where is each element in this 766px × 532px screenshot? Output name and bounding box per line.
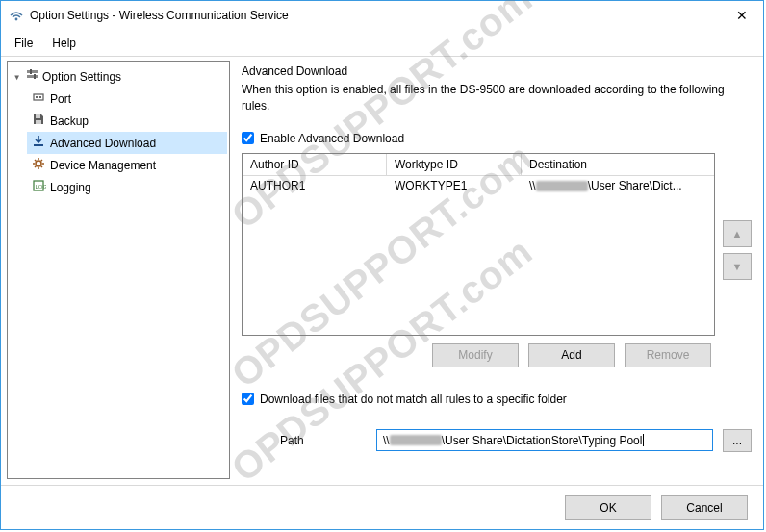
tree-item-backup[interactable]: Backup [27, 110, 227, 132]
dialog-footer: OK Cancel [1, 485, 763, 529]
titlebar: Option Settings - Wireless Communication… [1, 1, 763, 31]
cell-author: AUTHOR1 [243, 176, 387, 195]
svg-rect-5 [34, 94, 43, 100]
tree-item-logging[interactable]: LOG Logging [27, 176, 227, 198]
tree-item-advanced-download[interactable]: Advanced Download [27, 132, 227, 154]
path-input[interactable]: \\\User Share\DictationStore\Typing Pool [376, 429, 713, 451]
menu-file[interactable]: File [5, 33, 42, 54]
path-label: Path [251, 434, 367, 447]
svg-rect-7 [39, 96, 41, 98]
column-worktype-id[interactable]: Worktype ID [387, 154, 522, 175]
app-icon [9, 8, 24, 23]
arrow-down-icon: ▼ [732, 261, 743, 272]
add-button[interactable]: Add [528, 343, 615, 367]
svg-rect-9 [36, 120, 41, 124]
svg-rect-6 [36, 96, 38, 98]
svg-rect-3 [30, 69, 32, 74]
rules-listview[interactable]: Author ID Worktype ID Destination AUTHOR… [242, 153, 715, 336]
menubar: File Help [1, 31, 763, 56]
checkbox-label: Download files that do not match all rul… [260, 393, 567, 406]
port-icon [31, 89, 46, 108]
svg-rect-10 [34, 144, 43, 146]
gear-icon [31, 156, 46, 174]
window-title: Option Settings - Wireless Communication… [30, 9, 720, 22]
redacted-text [536, 181, 588, 191]
cancel-button[interactable]: Cancel [661, 495, 748, 520]
fallback-folder-checkbox[interactable]: Download files that do not match all rul… [242, 393, 752, 406]
tree-item-port[interactable]: Port [27, 88, 227, 110]
modify-button[interactable]: Modify [432, 343, 519, 367]
browse-button[interactable]: ... [723, 429, 752, 452]
tree-item-label: Device Management [50, 159, 156, 172]
tree-root[interactable]: ▾ Option Settings [10, 65, 227, 88]
move-up-button[interactable]: ▲ [723, 220, 752, 247]
body: ▾ Option Settings Port Backup Advanced D… [1, 56, 763, 485]
svg-rect-8 [36, 114, 40, 118]
remove-button[interactable]: Remove [625, 343, 711, 367]
tree-pane: ▾ Option Settings Port Backup Advanced D… [7, 61, 230, 479]
enable-advanced-download-input[interactable] [242, 132, 254, 144]
window-root: Option Settings - Wireless Communication… [0, 0, 764, 530]
tree-root-label: Option Settings [42, 70, 121, 84]
tree-collapse-icon: ▾ [13, 70, 23, 84]
log-icon: LOG [31, 178, 46, 196]
tree-item-label: Advanced Download [50, 137, 156, 150]
tree-item-label: Port [50, 92, 71, 106]
move-down-button[interactable]: ▼ [723, 253, 752, 280]
checkbox-label: Enable Advanced Download [260, 132, 404, 145]
listview-header: Author ID Worktype ID Destination [243, 154, 714, 176]
column-author-id[interactable]: Author ID [243, 154, 387, 175]
fallback-folder-input[interactable] [242, 393, 254, 405]
svg-rect-2 [27, 75, 38, 78]
download-icon [31, 134, 46, 152]
svg-rect-1 [27, 70, 38, 73]
close-icon: ✕ [736, 8, 748, 23]
content-pane: Advanced Download When this option is en… [236, 61, 757, 479]
floppy-icon [31, 112, 46, 130]
tree-item-label: Logging [50, 181, 91, 194]
window-close-button[interactable]: ✕ [720, 1, 763, 30]
enable-advanced-download-checkbox[interactable]: Enable Advanced Download [242, 132, 752, 145]
tree-item-label: Backup [50, 114, 89, 128]
arrow-up-icon: ▲ [732, 228, 743, 240]
svg-point-11 [36, 161, 41, 166]
table-row[interactable]: AUTHOR1 WORKTYPE1 \\\User Share\Dict... [243, 176, 714, 195]
settings-icon [25, 67, 40, 86]
tree-item-device-management[interactable]: Device Management [27, 154, 227, 176]
section-title: Advanced Download [242, 64, 752, 78]
ok-button[interactable]: OK [565, 495, 651, 520]
svg-rect-4 [34, 74, 36, 79]
menu-help[interactable]: Help [42, 33, 86, 54]
redacted-text [390, 435, 442, 445]
column-destination[interactable]: Destination [522, 154, 714, 175]
svg-text:LOG: LOG [36, 184, 47, 190]
section-description: When this option is enabled, all files i… [242, 82, 752, 114]
svg-point-0 [15, 18, 18, 21]
cell-destination: \\\User Share\Dict... [522, 176, 714, 195]
cell-worktype: WORKTYPE1 [387, 176, 522, 195]
